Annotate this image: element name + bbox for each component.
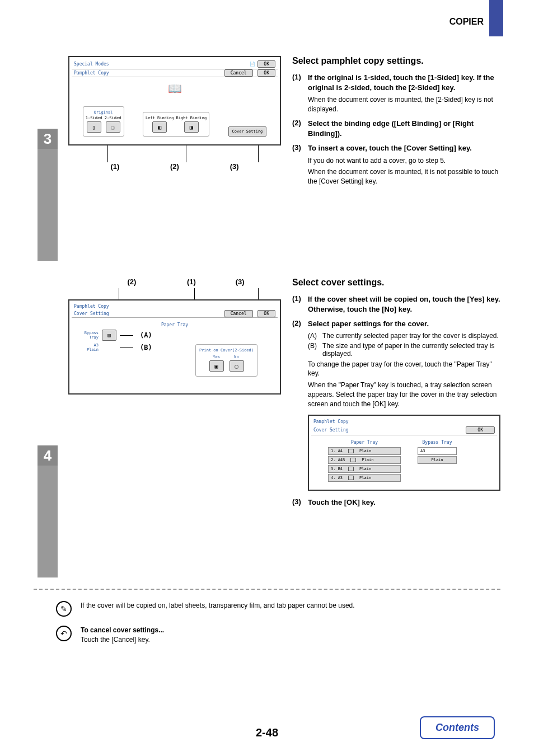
tray-3-size: 3. B4 <box>331 467 343 471</box>
tray-1[interactable]: 1. A4Plain <box>328 447 401 455</box>
tray-4-type: Plain <box>359 476 371 480</box>
bypass-tray-button[interactable]: ▤ <box>102 330 116 341</box>
tray-3[interactable]: 3. B4Plain <box>328 465 401 473</box>
paper-tray-label: Paper Tray <box>76 322 273 327</box>
tray-3-type: Plain <box>359 467 371 471</box>
tray-4-size: 4. A3 <box>331 476 343 480</box>
s4-i2-sub1: To change the paper tray for the cover, … <box>308 360 500 379</box>
bypass-type-item[interactable]: Plain <box>418 456 457 464</box>
contents-button[interactable]: Contents <box>420 716 495 739</box>
i1-sub: When the document cover is mounted, the … <box>308 95 500 114</box>
right-binding-button[interactable]: ◨ <box>184 121 199 133</box>
top-pointer-1 <box>194 288 195 299</box>
step4-bar <box>38 466 58 577</box>
print-on-cover-group: Print on Cover(2-Sided) Yes ▣ No ▢ <box>195 344 257 377</box>
tray-4[interactable]: 4. A3Plain <box>328 474 401 482</box>
bypass-size: A3 <box>420 449 425 453</box>
ts-paper-tray-hdr: Paper Tray <box>328 440 401 445</box>
header-section-title: COPIER <box>449 17 484 27</box>
book-icon: 📖 <box>168 82 182 95</box>
print-on-cover-label: Print on Cover(2-Sided) <box>199 348 254 353</box>
left-binding-label: Left Binding <box>146 116 174 120</box>
no-label: No <box>228 355 245 359</box>
1sided-label: 1-Sided <box>86 116 102 120</box>
s4-subtitle: Cover Setting <box>74 311 109 316</box>
note-2-title: To cancel cover settings... <box>81 626 164 635</box>
label-b: (B) <box>140 344 152 351</box>
callout-3: (3) <box>230 162 239 171</box>
s4-ok-button[interactable]: OK <box>257 310 275 317</box>
no-button[interactable]: ▢ <box>229 360 244 372</box>
i3-sub1: If you do not want to add a cover, go to… <box>308 156 500 166</box>
pointer-2 <box>186 145 186 162</box>
bypass-type: Plain <box>431 458 443 462</box>
a3-label: A3 <box>94 343 99 348</box>
s4-i3-bold: Touch the [OK] key. <box>308 497 500 508</box>
i3-num: (3) <box>292 143 308 186</box>
step3-number: 3 <box>38 129 58 149</box>
i2-bold: Select the binding edge ([Left Binding] … <box>308 119 500 139</box>
tray-1-size: 1. A4 <box>331 449 343 453</box>
tray-2-type: Plain <box>362 458 373 462</box>
step4-heading: Select cover settings. <box>292 278 500 288</box>
paper-icon <box>348 476 354 480</box>
page-number: 2-48 <box>256 726 278 739</box>
s4-a-label: (A) <box>308 332 322 340</box>
step3-row: 3 Special Modes 📄 OK Pamphlet Copy Cance… <box>34 56 500 261</box>
step4-number: 4 <box>38 445 58 466</box>
s4-i2-num: (2) <box>292 319 308 408</box>
note-2-body: Touch the [Cancel] key. <box>81 635 164 645</box>
cancel-button[interactable]: Cancel <box>224 69 253 77</box>
2sided-button[interactable]: ❏ <box>106 121 120 133</box>
pointer-3 <box>258 145 259 162</box>
screen-title: Special Modes <box>74 62 109 67</box>
s4-i1-bold: If the cover sheet will be copied on, to… <box>308 294 500 314</box>
note-2: ↶ To cancel cover settings... Touch the … <box>56 626 500 645</box>
ts-bypass-hdr: Bypass Tray <box>418 440 457 445</box>
callout-2: (2) <box>170 162 179 171</box>
left-binding-button[interactable]: ◧ <box>152 121 167 133</box>
label-a: (A) <box>140 331 152 339</box>
callout-top-1: (1) <box>187 278 196 286</box>
step4-screen1: Pamphlet Copy Cover Setting Cancel OK Pa… <box>68 299 281 395</box>
note-1-text: If the cover will be copied on, label sh… <box>81 601 355 611</box>
step3-screen: Special Modes 📄 OK Pamphlet Copy Cancel … <box>68 56 281 145</box>
yes-label: Yes <box>208 355 225 359</box>
paper-icon <box>348 467 354 471</box>
tray-selection-screen: Pamphlet Copy Cover Setting OK Paper Tra… <box>308 415 500 491</box>
s4-a-text: The currently selected paper tray for th… <box>322 332 499 340</box>
bypass-label: Bypass Tray <box>76 331 99 340</box>
i1-num: (1) <box>292 73 308 114</box>
s4-i3-num: (3) <box>292 497 308 508</box>
paper-icon <box>350 458 356 462</box>
s4-title: Pamphlet Copy <box>74 304 109 309</box>
back-arrow-icon: ↶ <box>56 626 72 641</box>
step3-bar <box>38 149 58 261</box>
s4-b-label: (B) <box>308 342 322 358</box>
s4-i2-sub2: When the "Paper Tray" key is touched, a … <box>308 381 500 408</box>
ts-subtitle: Cover Setting <box>313 428 349 433</box>
note-1: ✎ If the cover will be copied on, label … <box>56 601 500 617</box>
s4-cancel-button[interactable]: Cancel <box>224 310 253 317</box>
s4-i1-num: (1) <box>292 294 308 314</box>
i2-num: (2) <box>292 119 308 139</box>
2sided-label: 2-Sided <box>105 116 121 120</box>
tray-1-type: Plain <box>359 449 371 453</box>
step3-heading: Select pamphlet copy settings. <box>292 56 500 66</box>
header-tab <box>489 0 503 36</box>
cover-setting-button[interactable]: Cover Setting <box>228 126 267 137</box>
paper-icon <box>348 449 354 453</box>
separator <box>34 589 500 590</box>
i3-bold: To insert a cover, touch the [Cover Sett… <box>308 143 500 153</box>
tray-2[interactable]: 2. A4RPlain <box>328 456 401 464</box>
yes-button[interactable]: ▣ <box>209 360 224 372</box>
original-label: Original <box>86 110 121 115</box>
ok-button-2[interactable]: OK <box>257 69 275 77</box>
i1-bold: If the original is 1-sided, touch the [1… <box>308 73 500 93</box>
1sided-button[interactable]: ▯ <box>87 121 101 133</box>
ok-button[interactable]: OK <box>257 60 275 68</box>
callout-top-3: (3) <box>236 278 245 286</box>
pointer-1 <box>107 145 108 162</box>
ts-ok-button[interactable]: OK <box>466 426 495 434</box>
bypass-item[interactable]: A3 <box>418 447 457 455</box>
